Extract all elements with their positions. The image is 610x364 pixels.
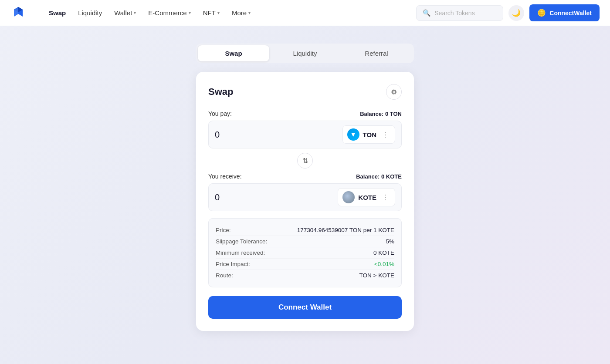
settings-button[interactable]: ⚙ xyxy=(386,84,402,100)
you-pay-label: You pay: xyxy=(208,110,232,117)
more-chevron-icon: ▾ xyxy=(248,10,251,15)
slippage-label: Slippage Tolerance: xyxy=(216,238,267,245)
search-input[interactable] xyxy=(434,10,497,17)
you-pay-amount-input[interactable] xyxy=(215,130,342,140)
min-received-value: 0 KOTE xyxy=(373,249,394,256)
you-pay-label-row: You pay: Balance: 0 TON xyxy=(208,110,402,117)
you-receive-section: You receive: Balance: 0 KOTE KOTE ⋮ xyxy=(208,173,402,211)
tab-liquidity[interactable]: Liquidity xyxy=(269,45,341,61)
nav-right: 🔍 🌙 🪙 ConnectWallet xyxy=(416,4,600,21)
you-receive-balance: Balance: 0 KOTE xyxy=(356,173,402,180)
slippage-row: Slippage Tolerance: 5% xyxy=(216,236,394,247)
main-content: Swap Liquidity Referral Swap ⚙ You pay: … xyxy=(0,26,610,348)
wallet-icon: 🪙 xyxy=(537,9,546,17)
wallet-chevron-icon: ▾ xyxy=(134,10,136,15)
ton-token-more-icon[interactable]: ⋮ xyxy=(380,130,390,140)
search-icon: 🔍 xyxy=(423,9,431,17)
swap-card: Swap ⚙ You pay: Balance: 0 TON ▼ TON ⋮ xyxy=(196,72,414,331)
nav-item-wallet[interactable]: Wallet ▾ xyxy=(109,6,141,20)
navbar: Swap Liquidity Wallet ▾ E-Commerce ▾ NFT… xyxy=(0,0,610,26)
nav-item-swap[interactable]: Swap xyxy=(44,6,71,20)
ton-token-selector[interactable]: ▼ TON ⋮ xyxy=(342,125,395,144)
swap-title: Swap xyxy=(208,86,233,98)
you-receive-amount-input[interactable] xyxy=(215,192,338,202)
price-label: Price: xyxy=(216,227,231,233)
tab-swap[interactable]: Swap xyxy=(198,45,269,61)
tabs-container: Swap Liquidity Referral xyxy=(196,44,414,63)
nav-item-ecommerce[interactable]: E-Commerce ▾ xyxy=(143,6,196,20)
ecommerce-chevron-icon: ▾ xyxy=(189,10,191,15)
slippage-value: 5% xyxy=(386,238,394,245)
you-pay-section: You pay: Balance: 0 TON ▼ TON ⋮ xyxy=(208,110,402,148)
you-pay-balance: Balance: 0 TON xyxy=(360,111,402,117)
kote-logo xyxy=(342,191,355,203)
connect-wallet-button[interactable]: Connect Wallet xyxy=(208,296,402,319)
kote-token-selector[interactable]: KOTE ⋮ xyxy=(338,188,395,206)
kote-token-more-icon[interactable]: ⋮ xyxy=(380,192,390,202)
min-received-label: Minimum received: xyxy=(216,249,265,256)
price-impact-row: Price Impact: <0.01% xyxy=(216,259,394,270)
nav-item-nft[interactable]: NFT ▾ xyxy=(198,6,225,20)
kote-token-name: KOTE xyxy=(358,194,376,201)
logo[interactable] xyxy=(10,5,26,21)
tab-referral[interactable]: Referral xyxy=(341,45,412,61)
price-row: Price: 177304.964539007 TON per 1 KOTE xyxy=(216,225,394,236)
nav-item-more[interactable]: More ▾ xyxy=(227,6,256,20)
route-value: TON > KOTE xyxy=(359,272,394,279)
ton-token-name: TON xyxy=(363,131,376,138)
search-bar[interactable]: 🔍 xyxy=(416,5,503,21)
theme-toggle-button[interactable]: 🌙 xyxy=(508,5,524,21)
you-receive-input-row: KOTE ⋮ xyxy=(208,183,402,211)
price-impact-label: Price Impact: xyxy=(216,261,250,267)
you-receive-label-row: You receive: Balance: 0 KOTE xyxy=(208,173,402,180)
swap-arrow-row: ⇅ xyxy=(208,153,402,169)
you-receive-label: You receive: xyxy=(208,173,242,180)
nft-chevron-icon: ▾ xyxy=(217,10,220,15)
swap-direction-button[interactable]: ⇅ xyxy=(297,153,313,169)
you-pay-input-row: ▼ TON ⋮ xyxy=(208,121,402,148)
route-row: Route: TON > KOTE xyxy=(216,270,394,281)
min-received-row: Minimum received: 0 KOTE xyxy=(216,247,394,259)
ton-logo: ▼ xyxy=(347,128,359,141)
navbar-connect-wallet-button[interactable]: 🪙 ConnectWallet xyxy=(529,4,600,21)
nav-item-liquidity[interactable]: Liquidity xyxy=(73,6,107,20)
card-header: Swap ⚙ xyxy=(208,84,402,100)
swap-info-box: Price: 177304.964539007 TON per 1 KOTE S… xyxy=(208,218,402,287)
price-value: 177304.964539007 TON per 1 KOTE xyxy=(297,227,394,233)
nav-links: Swap Liquidity Wallet ▾ E-Commerce ▾ NFT… xyxy=(44,6,402,20)
route-label: Route: xyxy=(216,272,233,279)
price-impact-value: <0.01% xyxy=(374,261,394,267)
